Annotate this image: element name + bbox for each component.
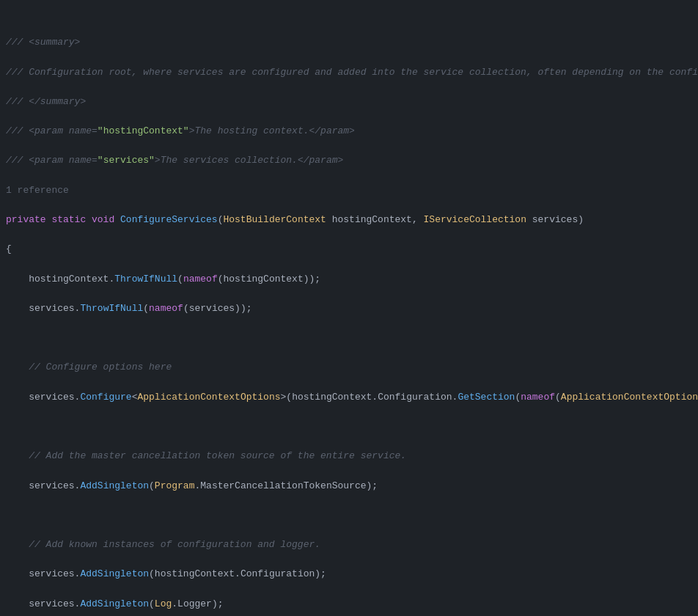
line-11: [0, 331, 698, 345]
line-10: services.ThrowIfNull(nameof(services));: [0, 301, 698, 316]
line-17: [0, 508, 698, 523]
line-5: /// <param name="services">The services …: [0, 153, 698, 168]
line-16: services.AddSingleton(Program.MasterCanc…: [0, 479, 698, 494]
line-12: // Configure options here: [0, 360, 698, 375]
line-18: // Add known instances of configuration …: [0, 538, 698, 552]
line-15: // Add the master cancellation token sou…: [0, 449, 698, 463]
line-19: services.AddSingleton(hostingContext.Con…: [0, 567, 698, 582]
line-6: 1 reference: [0, 183, 698, 198]
line-13: services.Configure<ApplicationContextOpt…: [0, 390, 698, 405]
line-20: services.AddSingleton(Log.Logger);: [0, 597, 698, 612]
code-editor: /// <summary> /// Configuration root, wh…: [0, 0, 698, 616]
line-2: /// Configuration root, where services a…: [0, 65, 698, 80]
line-7: private static void ConfigureServices(Ho…: [0, 213, 698, 227]
line-3: /// </summary>: [0, 95, 698, 109]
line-14: [0, 419, 698, 434]
line-9: hostingContext.ThrowIfNull(nameof(hostin…: [0, 272, 698, 287]
line-8: {: [0, 242, 698, 257]
line-4: /// <param name="hostingContext">The hos…: [0, 124, 698, 139]
line-1: /// <summary>: [0, 35, 698, 50]
